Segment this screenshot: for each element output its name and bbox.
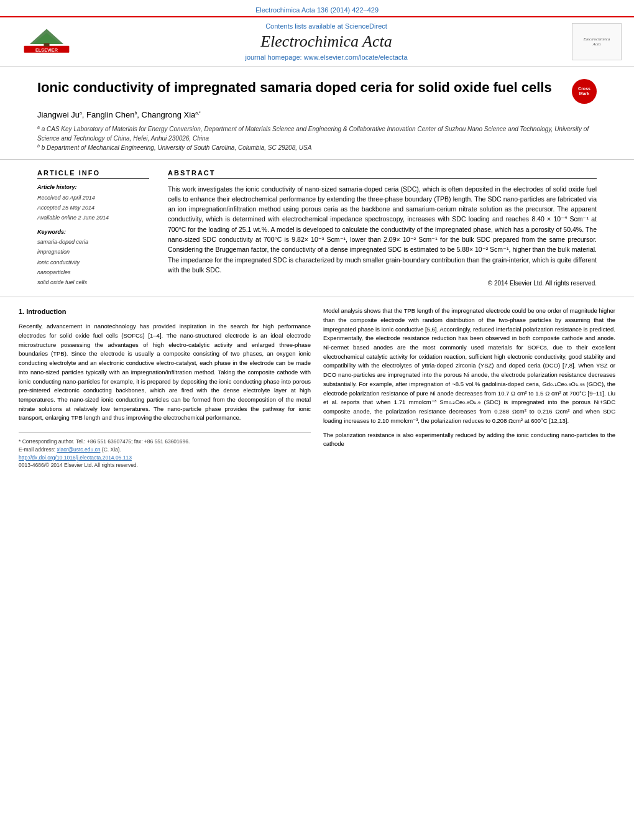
keywords-list: samaria-doped ceria impregnation ionic c… (37, 237, 149, 287)
journal-homepage: journal homepage: www.elsevier.com/locat… (81, 53, 572, 61)
footnote-section: * Corresponding author. Tel.: +86 551 63… (19, 432, 311, 469)
crossmark-label: CrossMark (578, 86, 590, 97)
journal-title-header: Electrochimica Acta (81, 32, 572, 51)
accepted-date: Accepted 25 May 2014 (37, 203, 149, 213)
footnote-email-line: E-mail address: xiacr@ustc.edu.cn (C. Xi… (19, 446, 311, 454)
homepage-link[interactable]: www.elsevier.com/locate/electacta (304, 53, 408, 61)
svg-rect-4 (44, 43, 49, 46)
author-sup-a2: a,* (195, 111, 201, 115)
received-date: Received 30 April 2014 (37, 193, 149, 203)
keyword-5: solid oxide fuel cells (37, 277, 149, 287)
intro-right-p1: Model analysis shows that the TPB length… (323, 307, 615, 425)
article-info-heading: ARTICLE INFO (37, 169, 149, 179)
doi-link[interactable]: http://dx.doi.org/10.1016/j.electacta.20… (19, 455, 132, 461)
page-wrapper: Electrochimica Acta 136 (2014) 422–429 E… (0, 0, 634, 840)
available-online-date: Available online 2 June 2014 (37, 213, 149, 223)
author-sup-b: b (134, 111, 137, 115)
affiliation-b: b b Department of Mechanical Engineering… (37, 143, 597, 152)
authors: Jiangwei Jua, Fanglin Chenb, Changrong X… (37, 110, 597, 119)
article-title-section: Ionic conductivity of impregnated samari… (0, 67, 634, 160)
footnote-corresponding: * Corresponding author. Tel.: +86 551 63… (19, 438, 311, 446)
svg-text:ELSEVIER: ELSEVIER (35, 47, 58, 53)
elsevier-tree-svg: ELSEVIER (19, 26, 75, 57)
crossmark-badge: CrossMark (572, 79, 597, 104)
keyword-4: nanoparticles (37, 267, 149, 277)
right-column: Model analysis shows that the TPB length… (323, 307, 615, 469)
journal-logo-right: ElectrochimicaActa (572, 23, 622, 60)
issn-line: 0013-4686/© 2014 Elsevier Ltd. All right… (19, 461, 311, 469)
doi-line: http://dx.doi.org/10.1016/j.electacta.20… (19, 454, 311, 462)
footnote-email-label: E-mail address: (19, 446, 55, 453)
journal-logo-text: ElectrochimicaActa (581, 34, 613, 49)
journal-header: ELSEVIER Contents lists available at Sci… (0, 16, 634, 67)
affiliations: a a CAS Key Laboratory of Materials for … (37, 124, 597, 153)
keyword-3: ionic conductivity (37, 257, 149, 267)
footnote-email-link[interactable]: xiacr@ustc.edu.cn (57, 446, 100, 453)
elsevier-logo: ELSEVIER (12, 26, 81, 57)
abstract-text: This work investigates the ionic conduct… (168, 184, 597, 275)
journal-center: Contents lists available at ScienceDirec… (81, 22, 572, 61)
article-history-label: Article history: (37, 184, 149, 190)
contents-text: Contents lists available at (265, 22, 343, 30)
keyword-2: impregnation (37, 247, 149, 257)
main-content: 1. Introduction Recently, advancement in… (0, 297, 634, 479)
affiliation-a: a a CAS Key Laboratory of Materials for … (37, 124, 597, 143)
contents-lists: Contents lists available at ScienceDirec… (81, 22, 572, 30)
abstract-section: ABSTRACT This work investigates the ioni… (168, 169, 597, 288)
sciencedirect-link[interactable]: ScienceDirect (345, 22, 387, 30)
article-body: ARTICLE INFO Article history: Received 3… (0, 160, 634, 298)
article-info: ARTICLE INFO Article history: Received 3… (37, 169, 149, 288)
intro-left-p1: Recently, advancement in nanotechnology … (19, 322, 311, 423)
intro-heading: 1. Introduction (19, 307, 311, 317)
journal-ref-link[interactable]: Electrochimica Acta 136 (2014) 422–429 (255, 6, 379, 14)
history-dates: Received 30 April 2014 Accepted 25 May 2… (37, 193, 149, 223)
keywords-label: Keywords: (37, 229, 149, 235)
crossmark-row: Ionic conductivity of impregnated samari… (37, 79, 597, 104)
author-sup-a: a (80, 111, 82, 115)
keyword-1: samaria-doped ceria (37, 237, 149, 247)
intro-right-p2: The polarization resistance is also expe… (323, 431, 615, 449)
copyright-line: © 2014 Elsevier Ltd. All rights reserved… (168, 280, 597, 287)
left-column: 1. Introduction Recently, advancement in… (19, 307, 311, 469)
abstract-heading: ABSTRACT (168, 169, 597, 179)
footnote-email-name: (C. Xia). (102, 446, 121, 453)
top-bar: Electrochimica Acta 136 (2014) 422–429 (0, 0, 634, 16)
article-main-title: Ionic conductivity of impregnated samari… (37, 79, 559, 97)
